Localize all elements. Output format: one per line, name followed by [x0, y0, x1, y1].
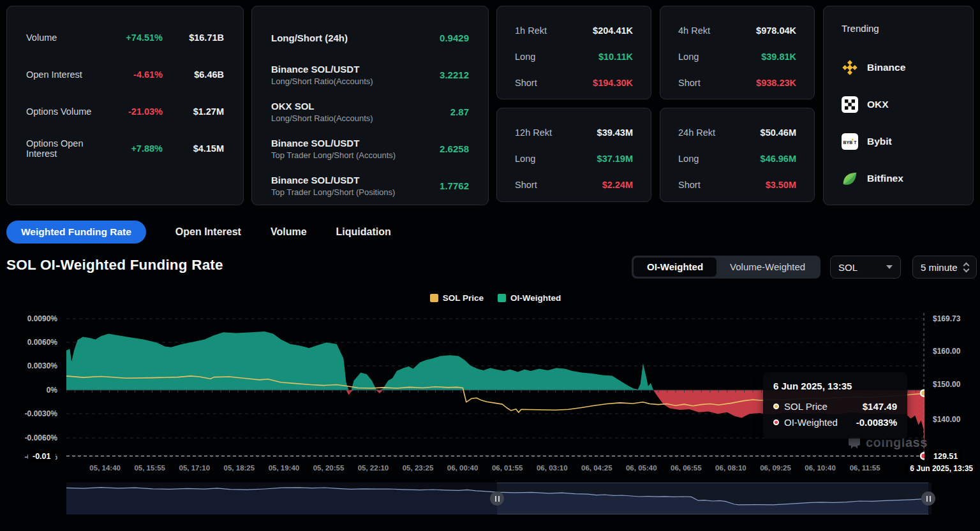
stat-value: $16.71B [163, 33, 224, 43]
tab-open-interest[interactable]: Open Interest [175, 226, 241, 238]
right-axis-tick: $169.73 [933, 314, 960, 323]
tooltip-label: OI-Weighted [784, 417, 851, 428]
ratio-title: Binance SOL/USDT [271, 64, 440, 75]
x-axis-label: 06, 05:40 [626, 464, 657, 472]
x-axis-label: 06, 08:10 [715, 464, 746, 472]
rekt-long-label: Long [515, 52, 598, 62]
ratio-row: OKX SOLLong/Short Ratio(Accounts) 2.87 [271, 97, 469, 126]
toggle-oi-weighted[interactable]: OI-Weighted [634, 258, 716, 277]
tab-weighted-funding-rate[interactable]: Weighted Funding Rate [6, 221, 146, 244]
navigator-right-handle[interactable] [921, 491, 935, 506]
x-axis-label: 05, 15:55 [134, 464, 165, 472]
x-axis-labels: 05, 14:40 05, 15:55 05, 17:10 05, 18:25 … [0, 464, 980, 474]
ratio-subtitle: Top Trader Long/Short (Accounts) [271, 150, 440, 160]
legend-swatch-price [430, 294, 438, 302]
right-axis-tick: $150.00 [933, 380, 960, 389]
legend-oi-weighted[interactable]: OI-Weighted [498, 293, 561, 303]
rekt-total: $50.46M [761, 127, 796, 138]
ratio-row: Binance SOL/USDTTop Trader Long/Short (A… [271, 134, 469, 163]
chart-tooltip: 6 Jun 2025, 13:35 SOL Price $147.49 OI-W… [763, 372, 907, 439]
stat-row-open-interest: Open Interest -4.61% $6.46B [26, 64, 224, 85]
bybit-icon: BYB T [842, 133, 858, 150]
tooltip-label: SOL Price [784, 401, 858, 412]
tab-liquidation[interactable]: Liquidation [336, 226, 391, 238]
ratio-value: 2.6258 [440, 143, 469, 154]
okx-icon [842, 96, 858, 113]
chevron-down-icon [886, 265, 893, 269]
stat-label: Open Interest [26, 69, 101, 80]
ratio-value: 2.87 [450, 106, 469, 117]
trending-item-okx[interactable]: OKX [842, 93, 955, 116]
x-axis-label: 06, 11:55 [850, 464, 880, 472]
rekt-total: $204.41K [593, 25, 633, 36]
stat-pct: -21.03% [101, 106, 163, 117]
rekt-short-value: $2.24M [602, 180, 633, 190]
x-axis-label: 06, 10:40 [805, 464, 836, 472]
x-axis-label: 06, 09:25 [760, 464, 791, 472]
navigator-selection[interactable] [497, 483, 928, 514]
legend-label: OI-Weighted [510, 293, 561, 303]
rekt-long-label: Long [678, 52, 761, 62]
symbol-select[interactable]: SOL [830, 256, 901, 279]
chart-legend: SOL Price OI-Weighted [66, 293, 924, 303]
left-axis-tick: 0.0060% [0, 338, 57, 347]
rekt-long-label: Long [515, 154, 597, 164]
left-axis-tick: -0.0060% [0, 433, 57, 442]
tooltip-timestamp: 6 Jun 2025, 13:35 [773, 381, 897, 391]
rekt-short-label: Short [678, 180, 766, 190]
chart-navigator[interactable] [66, 483, 932, 514]
trending-item-binance[interactable]: Binance [842, 56, 955, 79]
ratio-title: Long/Short (24h) [271, 33, 440, 43]
trending-item-bitfinex[interactable]: Bitfinex [842, 167, 955, 190]
x-axis-label: 05, 17:10 [179, 464, 210, 472]
ratio-row: Binance SOL/USDTLong/Short Ratio(Account… [271, 60, 469, 89]
ratio-value: 3.2212 [440, 69, 469, 80]
toggle-volume-weighted[interactable]: Volume-Weighted [716, 258, 819, 277]
rekt-short-value: $938.23K [756, 78, 796, 88]
x-axis-label: 05, 14:40 [89, 464, 121, 472]
tab-volume[interactable]: Volume [271, 226, 307, 238]
trending-card: Trending Binance [823, 6, 974, 205]
rekt-long-value: $39.81K [761, 52, 796, 62]
stat-row-volume: Volume +74.51% $16.71B [26, 27, 224, 48]
x-axis-label: 06, 01:55 [492, 464, 523, 472]
rekt-short-value: $3.50M [766, 180, 796, 190]
price-dot-icon [773, 404, 779, 409]
ratio-value: 1.7762 [440, 180, 469, 191]
svg-text:BYB T: BYB T [843, 140, 858, 145]
trending-title: Trending [842, 23, 955, 37]
rekt-long-value: $37.19M [597, 154, 633, 164]
x-axis-label: 06, 06:55 [671, 464, 702, 472]
x-axis-label: 06, 04:25 [581, 464, 612, 472]
legend-label: SOL Price [443, 293, 484, 303]
x-axis-label: 05, 23:25 [403, 464, 434, 472]
stat-pct: +7.88% [101, 143, 163, 154]
exchange-name: Bybit [867, 136, 892, 147]
stat-value: $1.27M [163, 106, 224, 117]
rekt-total: $978.04K [756, 25, 796, 36]
rekt-total: $39.43M [597, 127, 633, 138]
tooltip-value: -0.0083% [856, 417, 897, 428]
x-axis-label: 06, 03:10 [537, 464, 568, 472]
navigator-left-handle[interactable] [490, 491, 504, 506]
x-axis-label: 05, 19:40 [269, 464, 300, 472]
rekt-card-12h: 12h Rekt$39.43M Long$37.19M Short$2.24M [496, 108, 651, 202]
legend-sol-price[interactable]: SOL Price [430, 293, 484, 303]
stat-value: $6.46B [163, 69, 224, 80]
ratio-subtitle: Long/Short Ratio(Accounts) [271, 113, 450, 123]
interval-select[interactable]: 5 minute [912, 256, 977, 279]
market-stats-card: Volume +74.51% $16.71B Open Interest -4.… [6, 6, 244, 205]
rekt-title: 4h Rekt [678, 25, 756, 36]
ratio-row: Binance SOL/USDTTop Trader Long/Short (P… [271, 171, 469, 200]
stat-row-options-open-interest: Options Open Interest +7.88% $4.15M [26, 138, 224, 159]
trending-item-bybit[interactable]: BYB T Bybit [842, 130, 955, 153]
legend-swatch-oi [498, 294, 506, 302]
ratio-value: 0.9429 [440, 33, 469, 43]
rekt-long-label: Long [678, 154, 761, 164]
stat-label: Options Open Interest [26, 138, 101, 159]
up-down-chevrons-icon [964, 263, 969, 272]
stat-value: $4.15M [163, 143, 224, 154]
ratio-subtitle: Top Trader Long/Short (Positions) [271, 187, 440, 197]
right-axis-tick: $160.00 [933, 347, 960, 356]
right-axis-tick: $140.00 [933, 415, 960, 424]
